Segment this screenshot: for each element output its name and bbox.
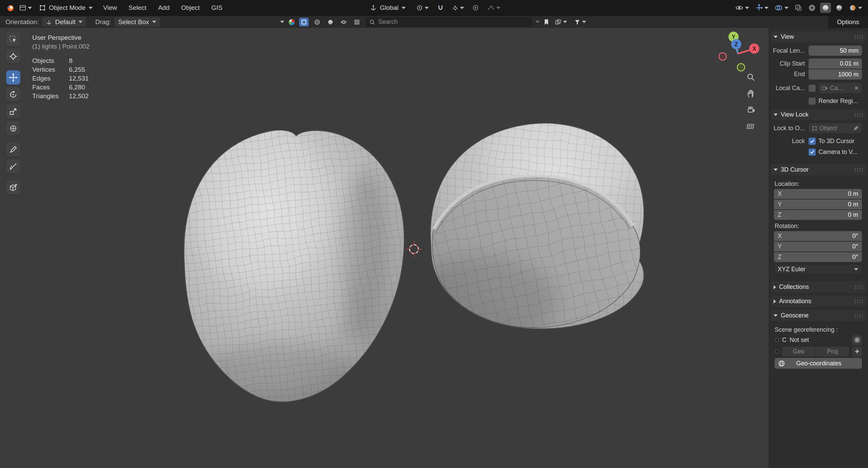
clear-x-icon[interactable] (854, 86, 858, 90)
viewport-toggle-1-button[interactable] (299, 18, 309, 27)
material-preview-ball-icon[interactable] (288, 18, 295, 26)
gizmo-x-ball[interactable]: X (749, 44, 759, 54)
tool-add-cube-button[interactable] (6, 180, 20, 195)
crs-settings-button[interactable] (852, 335, 862, 345)
cursor-location-z-field[interactable]: Z 0 m (774, 210, 862, 220)
viewport-toggle-3-button[interactable] (326, 18, 335, 27)
gizmo-z-ball[interactable]: Z (731, 39, 741, 49)
pan-button[interactable] (745, 88, 757, 99)
viewport-toggle-4-button[interactable] (339, 18, 348, 27)
add-georef-button[interactable] (852, 347, 862, 357)
viewport-toggle-5-button[interactable] (352, 18, 362, 27)
tool-cursor-button[interactable] (6, 49, 20, 64)
euler-order-dropdown[interactable]: XYZ Euler (774, 264, 862, 274)
tool-transform-button[interactable] (6, 121, 20, 136)
stat-value: 6,255 (69, 65, 90, 74)
camera-to-view-checkbox[interactable] (809, 149, 816, 156)
filter-dropdown[interactable] (573, 18, 588, 27)
mesh-object-left[interactable] (163, 109, 428, 422)
show-overlays-dropdown[interactable] (773, 3, 790, 13)
panel-grip-handle[interactable] (854, 168, 863, 172)
stat-label: Triangles (32, 92, 59, 101)
menu-gis[interactable]: GIS (206, 0, 228, 16)
snap-settings-dropdown[interactable] (450, 3, 466, 12)
zoom-button[interactable] (745, 71, 757, 83)
gizmo-neg-y-ball[interactable] (737, 64, 745, 71)
viewport-toggle-2-button[interactable] (312, 18, 322, 27)
panel-header-geoscene[interactable]: Geoscene (771, 310, 866, 321)
menu-add[interactable]: Add (153, 0, 175, 16)
viewport-3d[interactable]: User Perspective (1) lights | Point.002 … (0, 28, 769, 468)
mesh-object-right[interactable] (408, 106, 659, 347)
tool-select-box-button[interactable] (6, 32, 20, 47)
panel-header-view[interactable]: View (771, 31, 866, 42)
options-button[interactable]: Options (828, 16, 868, 28)
drag-select-box-dropdown[interactable]: Select Box (114, 17, 160, 27)
gizmo-x-label: X (753, 46, 756, 52)
object-mode-dropdown[interactable]: Object Mode (35, 2, 97, 14)
geo-coordinates-label: Geo-coordinates (785, 360, 858, 367)
proportional-editing-button[interactable] (470, 3, 481, 13)
falloff-dropdown[interactable] (485, 3, 502, 12)
render-region-checkbox[interactable] (809, 98, 816, 105)
panel-header-collections[interactable]: Collections (771, 281, 866, 293)
focal-length-field[interactable]: 50 mm (809, 46, 862, 56)
show-gizmo-dropdown[interactable] (754, 3, 770, 13)
transform-orientation-dropdown[interactable]: Global (366, 2, 410, 14)
display-mode-dropdown[interactable] (553, 18, 569, 27)
panel-grip-handle[interactable] (854, 285, 863, 289)
shading-solid-button[interactable] (820, 3, 831, 13)
crs-radio-dot[interactable] (775, 338, 779, 342)
ortho-toggle-button[interactable] (745, 120, 757, 132)
shading-material-button[interactable] (834, 3, 845, 13)
camera-view-button[interactable] (745, 104, 757, 116)
pivot-point-dropdown[interactable] (414, 3, 430, 13)
snap-toggle-button[interactable] (435, 3, 446, 13)
orientation-default-dropdown[interactable]: Default (42, 17, 86, 27)
cursor-location-x-field[interactable]: X 0 m (774, 189, 862, 199)
eyedropper-icon[interactable] (853, 126, 858, 131)
tool-measure-button[interactable] (6, 159, 20, 174)
cursor-location-y-field[interactable]: Y 0 m (774, 200, 862, 209)
panel-grip-handle[interactable] (854, 35, 863, 39)
navigation-gizmo[interactable]: Y Z X (712, 28, 763, 78)
proj-button[interactable]: Proj (816, 347, 849, 357)
menu-object[interactable]: Object (176, 0, 205, 16)
panel-grip-handle[interactable] (854, 299, 863, 304)
toggle-xray-button[interactable] (793, 3, 804, 13)
panel-grip-handle[interactable] (854, 113, 863, 117)
cursor-rotation-y-field[interactable]: Y 0° (774, 242, 862, 252)
tool-annotate-button[interactable] (6, 142, 20, 157)
clip-start-field[interactable]: 0.01 m (809, 58, 862, 69)
clip-end-field[interactable]: 1000 m (809, 69, 862, 80)
tool-rotate-button[interactable] (6, 87, 20, 102)
blender-logo-icon[interactable] (4, 2, 16, 14)
editor-type-button[interactable] (18, 3, 34, 13)
panel-header-view-lock[interactable]: View Lock (771, 109, 866, 120)
filter-type-caret-icon[interactable] (536, 21, 540, 23)
panel-header-annotations[interactable]: Annotations (771, 296, 866, 307)
bookmark-icon[interactable] (543, 19, 549, 25)
view-object-types-dropdown[interactable] (734, 3, 751, 12)
menu-view[interactable]: View (98, 0, 122, 16)
panel-grip-handle[interactable] (854, 314, 863, 318)
cursor-rotation-x-field[interactable]: X 0° (774, 231, 862, 241)
lock-to-object-field[interactable]: Object (809, 123, 862, 133)
geo-coordinates-button[interactable]: Geo-coordinates (775, 358, 862, 369)
local-camera-checkbox[interactable] (809, 85, 816, 92)
shading-rendered-button[interactable] (847, 3, 864, 13)
local-camera-field[interactable]: Ca... (818, 83, 862, 93)
tool-move-button[interactable] (6, 70, 20, 85)
shading-presets-caret-icon[interactable] (280, 21, 284, 23)
to-3d-cursor-checkbox[interactable] (809, 138, 816, 145)
gizmo-neg-x-ball[interactable] (719, 53, 726, 60)
blender-logo-glyph (6, 3, 15, 12)
shading-wireframe-button[interactable] (807, 3, 817, 13)
cursor-rotation-z-field[interactable]: Z 0° (774, 252, 862, 262)
menu-select[interactable]: Select (124, 0, 152, 16)
tool-scale-button[interactable] (6, 104, 20, 119)
geo-button[interactable]: Geo (782, 347, 815, 357)
proj-radio-dot[interactable] (775, 349, 779, 354)
search-input[interactable] (378, 18, 528, 25)
panel-header-3d-cursor[interactable]: 3D Cursor (771, 164, 866, 175)
